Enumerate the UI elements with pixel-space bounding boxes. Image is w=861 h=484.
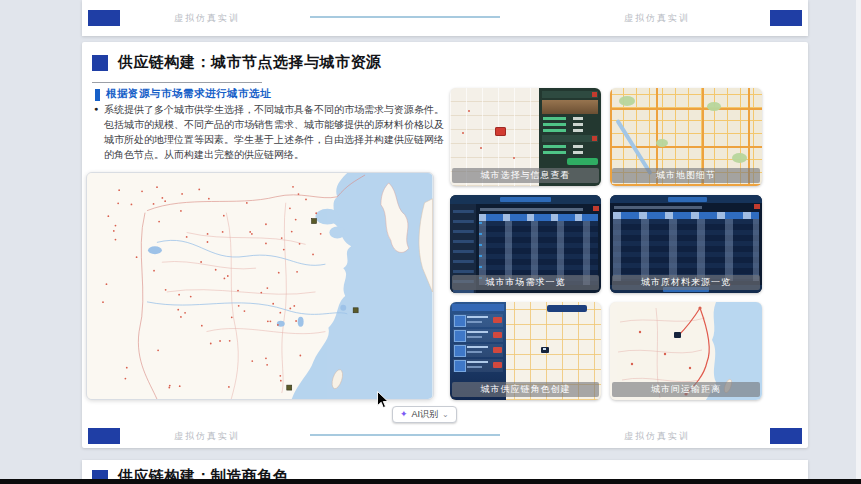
table-rows	[613, 219, 759, 281]
role-list-item	[453, 359, 503, 372]
info-row	[543, 117, 597, 120]
ai-button-label: AI识别	[412, 408, 439, 421]
footer-left-accent-block	[88, 428, 120, 444]
slide-title: 供应链构建：城市节点选择与城市资源	[118, 53, 382, 72]
panel-header	[542, 135, 598, 142]
thumbnail-caption: 城市选择与信息查看	[452, 168, 599, 183]
thumbnail-transport-distance: 城市间运输距离	[610, 302, 762, 400]
titlebar-label	[500, 197, 551, 202]
table-header-row	[479, 214, 598, 221]
info-row	[543, 151, 597, 154]
thumbnail-caption: 城市供应链角色创建	[452, 382, 599, 397]
section-body-text: 系统提供了多个城市供学生选择，不同城市具备不同的市场需求与资源条件。包括城市的规…	[104, 102, 444, 162]
thumbnail-caption: 城市间运输距离	[612, 382, 760, 397]
thumbnail-caption: 城市原材料来源一览	[612, 275, 760, 290]
info-row	[543, 145, 597, 148]
thumbnail-city-selection: 城市选择与信息查看	[450, 88, 601, 186]
role-list-item	[453, 344, 503, 357]
bottom-black-bar	[0, 479, 861, 484]
park-patch	[707, 102, 721, 111]
panel-header	[542, 91, 598, 98]
map-cluster-marker	[495, 127, 506, 136]
china-map-graphic	[87, 173, 433, 399]
footer-divider-line	[310, 16, 500, 18]
footer-left-label: 虚拟仿真实训	[174, 430, 240, 443]
map-search-box	[547, 305, 588, 312]
map-dot	[513, 157, 515, 159]
document-viewer: 虚拟仿真实训 虚拟仿真实训 供应链构建：城市节点选择与城市资源 根据资源与市场需…	[0, 0, 861, 484]
mouse-cursor	[377, 391, 389, 409]
river-line	[615, 119, 652, 175]
footer-left-label: 虚拟仿真实训	[174, 12, 240, 25]
thumbnail-role-creation: 城市供应链角色创建	[450, 302, 601, 400]
close-icon	[593, 206, 599, 211]
chevron-down-icon: ⌄	[442, 411, 449, 419]
section-heading: 根据资源与市场需求进行城市选址	[106, 87, 271, 101]
role-list-item	[453, 329, 503, 342]
thumbnail-caption: 城市市场需求一览	[452, 275, 599, 290]
close-icon	[754, 204, 760, 209]
slide-footer: 虚拟仿真实训 虚拟仿真实训	[82, 418, 808, 454]
park-patch	[619, 96, 635, 106]
bullet-dot: ●	[94, 105, 98, 112]
slide-main: 供应链构建：城市节点选择与城市资源 根据资源与市场需求进行城市选址 ● 系统提供…	[82, 42, 808, 448]
map-dot	[480, 147, 482, 149]
titlebar-label	[668, 197, 708, 202]
footer-divider-line	[310, 434, 500, 436]
ai-assistant-button[interactable]: ✦ AI识别 ⌄	[392, 406, 457, 423]
role-list-item	[453, 314, 503, 327]
park-patch	[656, 139, 668, 147]
info-row	[543, 123, 597, 126]
thumbnail-city-map-detail: 城市地图细节	[610, 88, 762, 186]
previous-slide-fragment: 虚拟仿真实训 虚拟仿真实训	[82, 0, 808, 36]
table-note-line	[614, 206, 702, 209]
thumbnail-raw-material-table: 城市原材料来源一览	[610, 195, 762, 293]
footer-right-label: 虚拟仿真实训	[624, 430, 690, 443]
map-dot	[462, 132, 464, 134]
city-photo	[542, 100, 598, 114]
table-header-row	[613, 212, 759, 219]
panel-header	[452, 304, 504, 311]
title-underline	[92, 82, 262, 83]
map-dot	[468, 110, 470, 112]
confirm-button	[567, 158, 598, 165]
screenshot-thumbnails: 城市选择与信息查看 城市地图细节 城市市场需求一览	[450, 88, 762, 400]
vehicle-marker	[541, 347, 549, 353]
slide-footer: 虚拟仿真实训 虚拟仿真实训	[82, 0, 808, 36]
thumbnail-caption: 城市地图细节	[612, 168, 760, 183]
park-patch	[732, 153, 747, 163]
table-note-line	[480, 208, 583, 211]
title-accent-square	[92, 55, 108, 71]
info-row	[543, 129, 597, 132]
scrollbar-track[interactable]	[856, 0, 861, 484]
china-map-image	[86, 172, 434, 400]
thumbnail-market-demand-table: 城市市场需求一览	[450, 195, 601, 293]
footer-left-accent-block	[88, 10, 120, 26]
section-accent-bar	[95, 89, 100, 101]
footer-right-accent-block	[770, 428, 802, 444]
ai-sparkle-icon: ✦	[400, 410, 408, 419]
footer-right-label: 虚拟仿真实训	[624, 12, 690, 25]
footer-right-accent-block	[770, 10, 802, 26]
